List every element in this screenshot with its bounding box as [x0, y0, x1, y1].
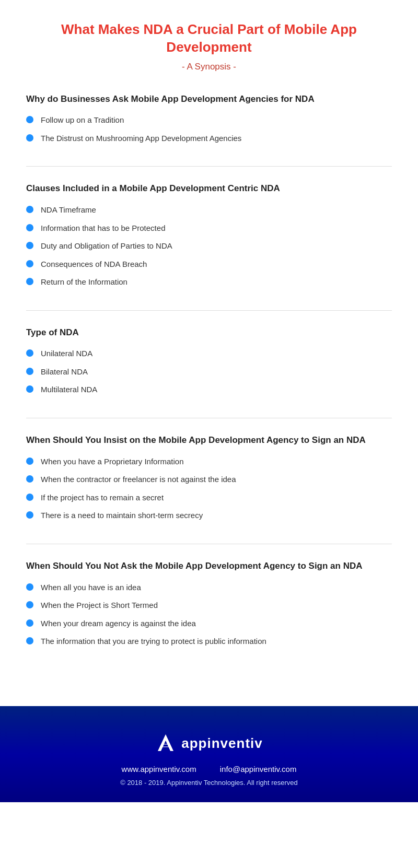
section-title-0: Why do Businesses Ask Mobile App Develop… — [26, 93, 392, 105]
footer-links: www.appinventiv.com info@appinventiv.com — [10, 765, 408, 773]
list-item: When you have a Proprietary Information — [26, 456, 392, 468]
bullet-dot — [26, 511, 33, 519]
list-item: When all you have is an idea — [26, 582, 392, 594]
list-item: The information that you are trying to p… — [26, 636, 392, 648]
list-item: Multilateral NDA — [26, 384, 392, 396]
list-item-text: Multilateral NDA — [41, 384, 97, 396]
list-item-text: When your dream agency is against the id… — [41, 618, 196, 630]
list-item: There is a need to maintain short-term s… — [26, 510, 392, 522]
main-content: What Makes NDA a Crucial Part of Mobile … — [0, 0, 418, 706]
section-4: When Should You Not Ask the Mobile App D… — [26, 560, 392, 670]
section-title-3: When Should You Insist on the Mobile App… — [26, 434, 392, 447]
list-item-text: Unilateral NDA — [41, 348, 92, 360]
svg-marker-1 — [162, 744, 169, 747]
bullet-dot — [26, 278, 33, 285]
list-item-text: Information that has to be Protected — [41, 222, 165, 234]
bullet-dot — [26, 475, 33, 483]
bullet-dot — [26, 601, 33, 608]
list-item-text: There is a need to maintain short-term s… — [41, 510, 203, 522]
bullet-dot — [26, 458, 33, 465]
bullet-dot — [26, 619, 33, 627]
bullet-dot — [26, 637, 33, 644]
list-item: Consequences of NDA Breach — [26, 259, 392, 271]
list-item: Follow up on a Tradition — [26, 114, 392, 126]
list-item-text: Consequences of NDA Breach — [41, 259, 147, 271]
list-item-text: When all you have is an idea — [41, 582, 141, 594]
list-item: Information that has to be Protected — [26, 222, 392, 234]
bullet-dot — [26, 260, 33, 267]
list-item: Unilateral NDA — [26, 348, 392, 360]
subtitle: - A Synopsis - — [26, 62, 392, 72]
section-1: Clauses Included in a Mobile App Develop… — [26, 182, 392, 310]
list-item: Bilateral NDA — [26, 366, 392, 378]
list-item: Duty and Obligation of Parties to NDA — [26, 240, 392, 252]
footer-copyright: © 2018 - 2019. Appinventiv Technologies.… — [10, 779, 408, 787]
bullet-dot — [26, 206, 33, 213]
bullet-dot — [26, 116, 33, 123]
bullet-dot — [26, 224, 33, 231]
section-2: Type of NDAUnilateral NDABilateral NDAMu… — [26, 326, 392, 418]
list-item: When your dream agency is against the id… — [26, 618, 392, 630]
bullet-dot — [26, 494, 33, 501]
svg-marker-0 — [158, 734, 173, 751]
bullet-list-0: Follow up on a TraditionThe Distrust on … — [26, 114, 392, 144]
bullet-dot — [26, 368, 33, 375]
section-title-1: Clauses Included in a Mobile App Develop… — [26, 182, 392, 195]
logo-icon — [155, 732, 176, 755]
brand-name: appinventiv — [181, 735, 262, 752]
bullet-list-1: NDA TimeframeInformation that has to be … — [26, 204, 392, 288]
list-item: If the project has to remain a secret — [26, 492, 392, 504]
list-item-text: When the contractor or freelancer is not… — [41, 474, 236, 486]
list-item-text: Return of the Information — [41, 276, 127, 288]
list-item-text: Bilateral NDA — [41, 366, 88, 378]
website-link[interactable]: www.appinventiv.com — [122, 765, 196, 773]
section-0: Why do Businesses Ask Mobile App Develop… — [26, 93, 392, 167]
bullet-dot — [26, 385, 33, 393]
list-item-text: If the project has to remain a secret — [41, 492, 164, 504]
list-item: NDA Timeframe — [26, 204, 392, 216]
bullet-dot — [26, 134, 33, 142]
list-item: When the Project is Short Termed — [26, 600, 392, 612]
email-link[interactable]: info@appinventiv.com — [220, 765, 297, 773]
bullet-list-3: When you have a Proprietary InformationW… — [26, 456, 392, 522]
bullet-list-4: When all you have is an ideaWhen the Pro… — [26, 582, 392, 648]
bullet-dot — [26, 583, 33, 591]
page-title: What Makes NDA a Crucial Part of Mobile … — [26, 21, 392, 56]
section-title-4: When Should You Not Ask the Mobile App D… — [26, 560, 392, 572]
bullet-list-2: Unilateral NDABilateral NDAMultilateral … — [26, 348, 392, 396]
list-item-text: NDA Timeframe — [41, 204, 96, 216]
list-item: When the contractor or freelancer is not… — [26, 474, 392, 486]
list-item-text: The Distrust on Mushrooming App Developm… — [41, 133, 241, 145]
list-item: The Distrust on Mushrooming App Developm… — [26, 133, 392, 145]
bullet-dot — [26, 242, 33, 249]
section-3: When Should You Insist on the Mobile App… — [26, 434, 392, 544]
footer: appinventiv www.appinventiv.com info@app… — [0, 706, 418, 802]
list-item-text: When the Project is Short Termed — [41, 600, 158, 612]
list-item: Return of the Information — [26, 276, 392, 288]
footer-logo: appinventiv — [10, 732, 408, 755]
list-item-text: When you have a Proprietary Information — [41, 456, 183, 468]
bullet-dot — [26, 349, 33, 357]
list-item-text: Follow up on a Tradition — [41, 114, 124, 126]
list-item-text: The information that you are trying to p… — [41, 636, 266, 648]
list-item-text: Duty and Obligation of Parties to NDA — [41, 240, 172, 252]
section-title-2: Type of NDA — [26, 326, 392, 339]
